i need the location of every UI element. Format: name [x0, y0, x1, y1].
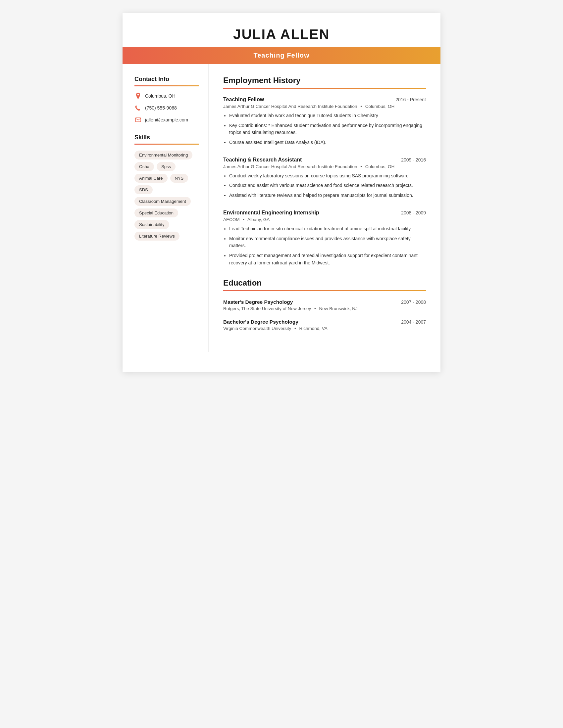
job-bullets-3: Lead Technician for in-situ chemical oxi…	[223, 225, 426, 266]
job-bullets-2: Conduct weekly laboratory sessions on co…	[223, 172, 426, 199]
skill-tag: Special Education	[134, 208, 178, 217]
job-org-2: James Arthur G Cancer Hospital And Resea…	[223, 164, 426, 169]
bullet: Evaluated student lab work and technique…	[229, 112, 426, 119]
svg-rect-0	[135, 118, 141, 122]
title-bar: Teaching Fellow	[122, 47, 441, 64]
skills-list: Environmental Monitoring Osha Spss Anima…	[134, 151, 199, 241]
job-title-1: Teaching Fellow	[223, 97, 264, 103]
skill-tag: Classroom Management	[134, 197, 191, 206]
skill-tag: Osha	[134, 162, 154, 171]
bullet: Conduct and assist with various meat sci…	[229, 182, 426, 189]
edu-degree-2: Bachelor's Degree Psychology	[223, 319, 299, 325]
education-section-title: Education	[223, 278, 426, 288]
sidebar: Contact Info Columbus, OH (750) 555-9068	[122, 64, 209, 352]
job-entry-2: Teaching & Research Assistant 2009 - 201…	[223, 157, 426, 199]
resume-page: JULIA ALLEN Teaching Fellow Contact Info…	[122, 13, 441, 372]
location-text: Columbus, OH	[145, 93, 175, 99]
edu-school-1: Rutgers, The State University of New Jer…	[223, 306, 426, 311]
skill-tag: Animal Care	[134, 174, 167, 183]
skill-tag: NYS	[170, 174, 188, 183]
edu-dates-1: 2007 - 2008	[401, 299, 426, 305]
job-header-1: Teaching Fellow 2016 - Present	[223, 97, 426, 103]
location-icon	[134, 92, 142, 100]
job-title-3: Environmental Engineering Internship	[223, 210, 319, 216]
phone-icon	[134, 104, 142, 112]
edu-school-2: Virginia Commonwealth University • Richm…	[223, 326, 426, 331]
edu-header-2: Bachelor's Degree Psychology 2004 - 2007	[223, 319, 426, 325]
skill-tag: SDS	[134, 185, 153, 194]
bullet: Conduct weekly laboratory sessions on co…	[229, 172, 426, 180]
job-dates-1: 2016 - Present	[396, 97, 426, 102]
job-bullets-1: Evaluated student lab work and technique…	[223, 112, 426, 146]
contact-location: Columbus, OH	[134, 92, 199, 100]
bullet: Assisted with literature reviews and hel…	[229, 192, 426, 199]
bullet: Monitor environmental compliance issues …	[229, 235, 426, 250]
job-dates-2: 2009 - 2016	[401, 157, 426, 162]
edu-degree-1: Master's Degree Psychology	[223, 299, 293, 305]
job-org-3: AECOM • Albany, GA	[223, 217, 426, 222]
edu-header-1: Master's Degree Psychology 2007 - 2008	[223, 299, 426, 305]
email-icon	[134, 116, 142, 123]
job-dates-3: 2008 - 2009	[401, 210, 426, 215]
contact-section-title: Contact Info	[134, 76, 199, 83]
job-header-2: Teaching & Research Assistant 2009 - 201…	[223, 157, 426, 163]
bullet: Key Contributions: * Enhanced student mo…	[229, 122, 426, 136]
edu-entry-2: Bachelor's Degree Psychology 2004 - 2007…	[223, 319, 426, 331]
education-section: Education Master's Degree Psychology 200…	[223, 278, 426, 331]
main-content: Employment History Teaching Fellow 2016 …	[209, 64, 441, 352]
phone-text: (750) 555-9068	[145, 105, 177, 111]
employment-section-title: Employment History	[223, 76, 426, 85]
edu-entry-1: Master's Degree Psychology 2007 - 2008 R…	[223, 299, 426, 311]
contact-divider	[134, 85, 199, 86]
job-org-1: James Arthur G Cancer Hospital And Resea…	[223, 104, 426, 109]
edu-dates-2: 2004 - 2007	[401, 319, 426, 325]
contact-phone: (750) 555-9068	[134, 104, 199, 112]
job-entry-1: Teaching Fellow 2016 - Present James Art…	[223, 97, 426, 146]
bullet: Lead Technician for in-situ chemical oxi…	[229, 225, 426, 233]
skill-tag: Spss	[157, 162, 175, 171]
skills-divider	[134, 144, 199, 145]
skill-tag: Environmental Monitoring	[134, 151, 192, 159]
candidate-title: Teaching Fellow	[253, 52, 309, 59]
skill-tag: Literature Reviews	[134, 232, 179, 241]
job-title-2: Teaching & Research Assistant	[223, 157, 302, 163]
contact-email: jallen@example.com	[134, 116, 199, 123]
bullet: Course assisted Intelligent Data Analysi…	[229, 139, 426, 146]
employment-divider	[223, 88, 426, 89]
bullet: Provided project management and remedial…	[229, 252, 426, 266]
email-text: jallen@example.com	[145, 117, 188, 122]
skill-tag: Sustainability	[134, 220, 169, 229]
resume-body: Contact Info Columbus, OH (750) 555-9068	[122, 64, 441, 352]
job-header-3: Environmental Engineering Internship 200…	[223, 210, 426, 216]
resume-header: JULIA ALLEN	[122, 13, 441, 42]
skills-section-title: Skills	[134, 134, 199, 141]
job-entry-3: Environmental Engineering Internship 200…	[223, 210, 426, 266]
candidate-name: JULIA ALLEN	[129, 26, 434, 42]
education-divider	[223, 290, 426, 291]
